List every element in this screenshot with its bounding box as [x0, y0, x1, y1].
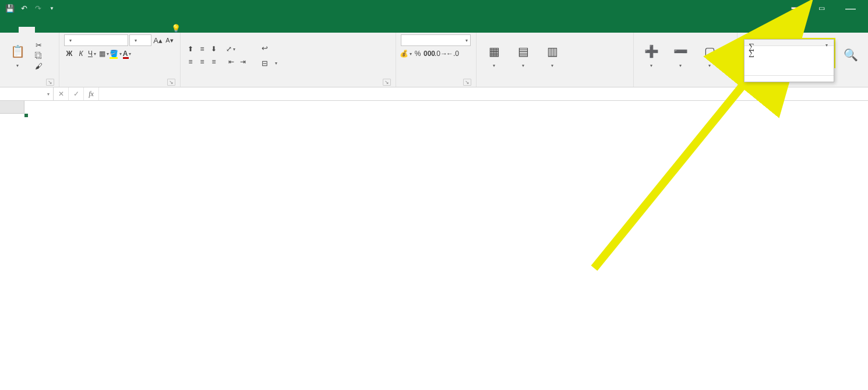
font-name-combo[interactable]: ▾ — [64, 34, 128, 46]
name-box[interactable]: ▾ — [0, 87, 54, 100]
increase-decimal-icon[interactable]: .0→ — [436, 48, 446, 59]
format-cells-button[interactable]: ▢▾ — [697, 41, 722, 69]
align-middle-icon[interactable]: ≡ — [197, 44, 207, 54]
autosum-dropdown: ∑ ▾ ∑ — [744, 39, 834, 82]
align-bottom-icon[interactable]: ⬇ — [209, 44, 219, 54]
font-color-button[interactable]: A▾ — [122, 48, 133, 59]
tab-help[interactable] — [133, 27, 149, 33]
bold-button[interactable]: Ж — [64, 48, 75, 59]
paste-button[interactable]: 📋 ▾ — [5, 41, 30, 69]
increase-indent-icon[interactable]: ⇥ — [238, 57, 248, 67]
tell-me-search[interactable]: 💡 — [165, 24, 190, 33]
format-table-icon: ▤ — [514, 42, 532, 61]
cell-styles-icon: ▥ — [543, 42, 562, 61]
tab-home[interactable] — [19, 27, 35, 33]
align-center-icon[interactable]: ≡ — [197, 57, 207, 67]
tab-formulas[interactable] — [68, 27, 84, 33]
login-button[interactable] — [791, 7, 804, 9]
group-cells: ➕▾ ➖▾ ▢▾ — [634, 33, 738, 87]
italic-button[interactable]: К — [76, 48, 86, 59]
dialog-launcher-icon[interactable]: ↘ — [167, 79, 175, 86]
group-number: ▾ 💰▾ % 000 .0→ ←.0 ↘ — [396, 33, 477, 87]
autosum-item-sum[interactable]: ∑ — [744, 46, 834, 52]
select-all-corner[interactable] — [0, 101, 24, 114]
titlebar: 💾 ↶ ↷ ▼ ▭ — — [0, 0, 868, 16]
decrease-font-icon[interactable]: A▾ — [164, 35, 175, 45]
align-right-icon[interactable]: ≡ — [209, 57, 219, 67]
align-left-icon[interactable]: ≡ — [185, 57, 196, 67]
ribbon-tabs: 💡 — [0, 16, 868, 33]
merge-icon: ⊟ — [260, 58, 269, 68]
fill-color-button[interactable]: 🪣▾ — [111, 48, 121, 59]
underline-button[interactable]: Ч▾ — [87, 48, 98, 59]
group-alignment: ⬆ ≡ ⬇ ⤢▾ ≡ ≡ ≡ ⇤ ⇥ ↩ ⊟▾ ↘ — [181, 33, 396, 87]
tab-data[interactable] — [84, 27, 100, 33]
qat-dropdown-icon[interactable]: ▼ — [45, 2, 58, 15]
lightbulb-icon: 💡 — [171, 24, 181, 33]
autosum-item-max[interactable] — [744, 64, 834, 69]
format-as-table-button[interactable]: ▤▾ — [510, 41, 536, 69]
autosum-item-count[interactable] — [744, 58, 834, 64]
find-icon: 🔍 — [841, 45, 860, 64]
find-select-button[interactable]: 🔍 — [838, 44, 863, 66]
number-format-combo[interactable]: ▾ — [401, 34, 471, 46]
redo-icon[interactable]: ↷ — [31, 2, 44, 15]
cell-styles-button[interactable]: ▥▾ — [539, 41, 565, 69]
dialog-launcher-icon[interactable]: ↘ — [383, 79, 391, 86]
wrap-text-button[interactable]: ↩ — [257, 41, 281, 54]
borders-button[interactable]: ▦▾ — [99, 48, 110, 59]
decrease-indent-icon[interactable]: ⇤ — [226, 57, 237, 67]
autosum-item-average[interactable] — [744, 52, 834, 58]
insert-cells-icon: ➕ — [642, 42, 661, 61]
orientation-icon[interactable]: ⤢▾ — [226, 44, 237, 54]
autosum-split-button[interactable]: ∑ ▾ — [744, 40, 834, 46]
group-styles: ▦▾ ▤▾ ▥▾ — [477, 33, 634, 87]
delete-cells-button[interactable]: ➖▾ — [668, 41, 693, 69]
comma-format-icon[interactable]: 000 — [424, 48, 435, 59]
format-painter-icon[interactable]: 🖌 — [34, 61, 43, 71]
merge-center-button[interactable]: ⊟▾ — [257, 57, 281, 69]
cancel-formula-icon[interactable]: ✕ — [54, 87, 69, 100]
accept-formula-icon[interactable]: ✓ — [69, 87, 84, 100]
ribbon-display-icon[interactable]: ▭ — [810, 0, 833, 16]
percent-format-icon[interactable]: % — [412, 48, 423, 59]
group-clipboard: 📋 ▾ ✂ ⿻ 🖌 ↘ — [0, 33, 59, 87]
minimize-icon[interactable]: — — [839, 0, 862, 16]
copy-icon[interactable]: ⿻ — [34, 51, 43, 60]
save-icon[interactable]: 💾 — [3, 2, 16, 15]
wrap-text-icon: ↩ — [260, 43, 269, 52]
paste-icon: 📋 — [8, 42, 27, 61]
delete-cells-icon: ➖ — [671, 42, 690, 61]
group-font: ▾ ▾ A▴ A▾ Ж К Ч▾ ▦▾ 🪣▾ A▾ ↘ — [59, 33, 181, 87]
autosum-item-more[interactable] — [744, 75, 834, 82]
insert-cells-button[interactable]: ➕▾ — [638, 41, 664, 69]
spreadsheet-grid[interactable] — [24, 114, 868, 390]
tab-review[interactable] — [100, 27, 117, 33]
tab-acrobat[interactable] — [149, 27, 165, 33]
decrease-decimal-icon[interactable]: ←.0 — [447, 48, 458, 59]
cut-icon[interactable]: ✂ — [34, 40, 43, 50]
autosum-item-min[interactable] — [744, 69, 834, 75]
align-top-icon[interactable]: ⬆ — [185, 44, 196, 54]
dialog-launcher-icon[interactable]: ↘ — [463, 79, 471, 86]
font-size-combo[interactable]: ▾ — [129, 34, 151, 46]
undo-icon[interactable]: ↶ — [17, 2, 30, 15]
dialog-launcher-icon[interactable]: ↘ — [46, 79, 54, 86]
tab-view[interactable] — [117, 27, 133, 33]
conditional-formatting-button[interactable]: ▦▾ — [481, 41, 507, 69]
ribbon: 📋 ▾ ✂ ⿻ 🖌 ↘ ▾ ▾ A▴ A▾ Ж К Ч▾ — [0, 33, 868, 87]
conditional-formatting-icon: ▦ — [485, 42, 503, 61]
fx-icon[interactable]: fx — [84, 87, 99, 100]
tab-page-layout[interactable] — [51, 27, 68, 33]
accounting-format-icon[interactable]: 💰▾ — [401, 48, 411, 59]
increase-font-icon[interactable]: A▴ — [153, 35, 163, 45]
tab-insert[interactable] — [35, 27, 51, 33]
tab-file[interactable] — [2, 27, 19, 33]
fill-handle[interactable] — [24, 114, 28, 117]
formula-bar: ▾ ✕ ✓ fx — [0, 87, 868, 101]
format-cells-icon: ▢ — [700, 42, 719, 61]
